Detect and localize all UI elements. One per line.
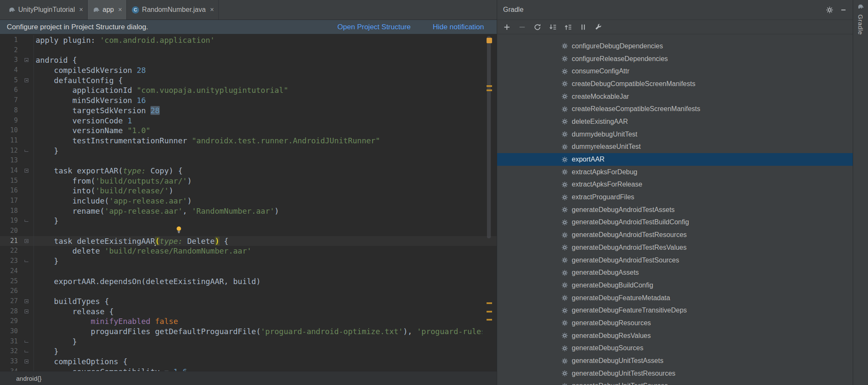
warning-stripe-mark[interactable] [487, 302, 492, 304]
code-text[interactable] [34, 226, 36, 236]
code-line[interactable]: 10 versionName "1.0" [0, 126, 497, 136]
code-line[interactable]: 19 } [0, 216, 497, 226]
gradle-task-generatedebugresvalues[interactable]: generateDebugResValues [497, 329, 853, 342]
gradle-task-createdebugcompatiblescreenmanifests[interactable]: createDebugCompatibleScreenManifests [497, 78, 853, 90]
inspection-status-square[interactable] [487, 38, 492, 43]
hide-panel-icon[interactable] [840, 6, 847, 13]
warning-stripe-mark[interactable] [487, 89, 492, 91]
gradle-task-extractapksfordebug[interactable]: extractApksForDebug [497, 166, 853, 179]
code-line[interactable]: 26 [0, 286, 497, 296]
code-line[interactable]: 12 } [0, 146, 497, 156]
gradle-task-generatedebugbuildconfig[interactable]: generateDebugBuildConfig [497, 279, 853, 292]
code-line[interactable]: 34 sourceCompatibility = 1.6 [0, 367, 497, 371]
code-text[interactable]: delete 'build/release/RandomNumber.aar' [34, 246, 251, 256]
code-text[interactable]: sourceCompatibility = 1.6 [34, 367, 187, 371]
gradle-task-extractproguardfiles[interactable]: extractProguardFiles [497, 191, 853, 204]
open-project-structure-link[interactable]: Open Project Structure [337, 23, 411, 31]
fold-marker-icon[interactable] [25, 310, 28, 313]
gradle-task-dummydebugunittest[interactable]: dummydebugUnitTest [497, 128, 853, 141]
code-text[interactable]: minifyEnabled false [34, 316, 178, 326]
gradle-side-tab[interactable]: Gradle [857, 3, 864, 35]
tab-randomnumber-java[interactable]: CRandomNumber.java× [127, 0, 219, 20]
code-text[interactable]: android { [34, 55, 77, 65]
code-line[interactable]: 16 into('build/release/') [0, 186, 497, 196]
code-text[interactable]: } [34, 216, 58, 226]
code-text[interactable]: include('app-release.aar') [34, 196, 192, 206]
hide-notification-link[interactable]: Hide notification [433, 23, 484, 31]
gradle-task-generatedebugandroidtestresources[interactable]: generateDebugAndroidTestResources [497, 229, 853, 241]
sync-gradle-icon[interactable] [531, 22, 544, 33]
code-text[interactable]: } [34, 337, 77, 347]
breadcrumb[interactable]: android{} [16, 375, 42, 382]
code-text[interactable]: buildTypes { [34, 296, 109, 307]
gradle-task-generatedebugfeaturetransitivedeps[interactable]: generateDebugFeatureTransitiveDeps [497, 304, 853, 317]
gradle-task-generatedebugunittestresources[interactable]: generateDebugUnitTestResources [497, 367, 853, 380]
gradle-settings-icon[interactable] [592, 22, 605, 33]
code-line[interactable]: 28 release { [0, 307, 497, 317]
editor-scrollbar[interactable] [487, 36, 491, 238]
gradle-task-generatedebugsources[interactable]: generateDebugSources [497, 342, 853, 355]
code-text[interactable]: task deleteExistingAAR(type: Delete) { [34, 236, 228, 246]
close-tab-icon[interactable]: × [118, 6, 122, 14]
tab-unityplugintutorial[interactable]: UnityPluginTutorial× [3, 0, 88, 20]
fold-end-marker-icon[interactable] [25, 260, 28, 262]
code-line[interactable]: 15 from('build/outputs/aar/') [0, 176, 497, 186]
close-tab-icon[interactable]: × [79, 6, 83, 14]
fold-marker-icon[interactable] [25, 169, 28, 173]
fold-marker-icon[interactable] [25, 78, 28, 82]
code-line[interactable]: 14 task exportAAR(type: Copy) { [0, 166, 497, 176]
code-line[interactable]: 7 minSdkVersion 16 [0, 95, 497, 106]
warning-stripe-mark[interactable] [487, 319, 492, 321]
gradle-task-generatedebugresources[interactable]: generateDebugResources [497, 317, 853, 329]
warning-stripe-mark[interactable] [487, 311, 492, 312]
toggle-offline-mode-icon[interactable] [577, 22, 590, 33]
code-text[interactable]: release { [34, 307, 114, 317]
gradle-task-createmockablejar[interactable]: createMockableJar [497, 90, 853, 103]
fold-marker-icon[interactable] [25, 299, 28, 303]
code-text[interactable] [34, 156, 36, 166]
code-text[interactable]: proguardFiles getDefaultProguardFile('pr… [34, 326, 482, 337]
intention-bulb-icon[interactable] [175, 226, 182, 234]
code-line[interactable]: 33 compileOptions { [0, 357, 497, 367]
code-text[interactable]: rename('app-release.aar', 'RandomNumber.… [34, 206, 279, 216]
code-line[interactable]: 21 task deleteExistingAAR(type: Delete) … [0, 236, 497, 246]
gradle-task-generatedebugassets[interactable]: generateDebugAssets [497, 266, 853, 279]
code-line[interactable]: 4 compileSdkVersion 28 [0, 65, 497, 75]
code-line[interactable]: 18 rename('app-release.aar', 'RandomNumb… [0, 206, 497, 216]
expand-all-icon[interactable] [546, 22, 559, 33]
code-line[interactable]: 5 defaultConfig { [0, 75, 497, 86]
code-line[interactable]: 25 exportAAR.dependsOn(deleteExistingAAR… [0, 276, 497, 287]
add-icon[interactable] [501, 22, 513, 33]
fold-end-marker-icon[interactable] [25, 220, 28, 222]
code-text[interactable]: } [34, 256, 58, 266]
fold-end-marker-icon[interactable] [25, 350, 28, 352]
code-text[interactable]: apply plugin: 'com.android.application' [34, 35, 215, 45]
code-text[interactable]: testInstrumentationRunner "androidx.test… [34, 136, 380, 146]
code-text[interactable]: compileSdkVersion 28 [34, 65, 146, 75]
code-text[interactable]: minSdkVersion 16 [34, 95, 146, 106]
code-line[interactable]: 9 versionCode 1 [0, 116, 497, 126]
code-line[interactable]: 23 } [0, 256, 497, 266]
gradle-task-generatedebugandroidtestassets[interactable]: generateDebugAndroidTestAssets [497, 204, 853, 216]
gradle-task-exportaar[interactable]: exportAAR [497, 153, 853, 166]
gradle-task-consumeconfigattr[interactable]: consumeConfigAttr [497, 65, 853, 78]
code-text[interactable]: into('build/release/') [34, 186, 173, 196]
code-text[interactable]: versionName "1.0" [34, 126, 150, 136]
fold-marker-icon[interactable] [25, 239, 28, 243]
code-text[interactable] [34, 286, 36, 296]
code-line[interactable]: 13 [0, 156, 497, 166]
code-line[interactable]: 24 [0, 266, 497, 276]
fold-end-marker-icon[interactable] [25, 150, 28, 152]
gradle-task-generatedebugfeaturemetadata[interactable]: generateDebugFeatureMetadata [497, 292, 853, 304]
code-line[interactable]: 22 delete 'build/release/RandomNumber.aa… [0, 246, 497, 256]
gradle-task-generatedebugandroidtestbuildconfig[interactable]: generateDebugAndroidTestBuildConfig [497, 216, 853, 229]
code-text[interactable] [34, 266, 36, 276]
remove-icon[interactable] [516, 22, 529, 33]
fold-marker-icon[interactable] [25, 58, 28, 62]
warning-stripe-mark[interactable] [487, 85, 492, 87]
code-text[interactable]: compileOptions { [34, 357, 128, 367]
close-tab-icon[interactable]: × [210, 6, 214, 14]
code-line[interactable]: 1apply plugin: 'com.android.application' [0, 35, 497, 45]
collapse-all-icon[interactable] [562, 22, 574, 33]
code-line[interactable]: 6 applicationId "com.vuopaja.unityplugin… [0, 85, 497, 95]
